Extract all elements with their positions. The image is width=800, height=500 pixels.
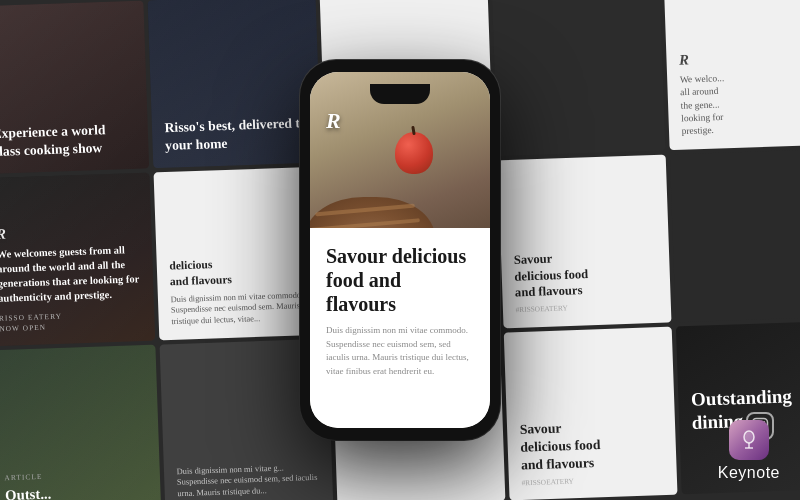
card-cooking-show: Experience a world class cooking show bbox=[0, 1, 149, 175]
card-savour-bottom-title: Savourdelicious foodand flavours bbox=[519, 417, 664, 475]
card-dark-right bbox=[670, 149, 800, 323]
phone-mockup: R Savour delicious food and flavours Dui… bbox=[300, 60, 500, 440]
keynote-label: Keynote bbox=[718, 464, 780, 482]
card-outstanding-text: Outst... bbox=[5, 481, 148, 500]
card-savour-bottom: Savourdelicious foodand flavours #RISSOE… bbox=[504, 327, 678, 500]
card-r-logo-auth: R bbox=[0, 221, 139, 243]
card-authenticity: R We welcomes guests from all around the… bbox=[0, 173, 155, 347]
phone-notch bbox=[370, 84, 430, 104]
keynote-icon bbox=[729, 420, 769, 460]
phone-logo: R bbox=[326, 108, 341, 134]
card-savour: Savourdelicious foodand flavours #RISSOE… bbox=[498, 155, 672, 329]
phone-card-body: Duis dignissim non mi vitae commodo. Sus… bbox=[326, 324, 474, 378]
svg-point-3 bbox=[744, 431, 754, 443]
phone-content-card: Savour delicious food and flavours Duis … bbox=[310, 228, 490, 428]
card-savour-bottom-tag: #RISSOEATERY bbox=[521, 474, 664, 487]
card-auth-text: We welcomes guests from all around the w… bbox=[0, 242, 141, 306]
card-delivery: Risso's best, delivered to your home bbox=[148, 0, 322, 168]
phone-card-title: Savour delicious food and flavours bbox=[326, 244, 474, 316]
phone-screen: R Savour delicious food and flavours Dui… bbox=[310, 72, 490, 428]
card-body-dark: Duis dignissim non mi vitae g... Suspend… bbox=[176, 462, 320, 500]
card-empty-1 bbox=[492, 0, 666, 156]
card-food-photo-1: ARTICLE Outst... bbox=[0, 345, 161, 500]
card-logo-r-right: R We welco...all aroundthe gene...lookin… bbox=[664, 0, 800, 150]
card-savour-eatery: #RISSOEATERY bbox=[515, 301, 658, 316]
card-right-text: We welco...all aroundthe gene...looking … bbox=[680, 69, 800, 138]
card-savour-title: Savourdelicious foodand flavours bbox=[514, 247, 658, 301]
card-r-logo-right: R bbox=[679, 48, 800, 70]
card-flavours-title: deliciousand flavours bbox=[169, 253, 313, 288]
card-duis-body: Duis dignissim non mi vitae commodo. Sus… bbox=[170, 290, 314, 328]
keynote-badge: Keynote bbox=[718, 420, 780, 482]
